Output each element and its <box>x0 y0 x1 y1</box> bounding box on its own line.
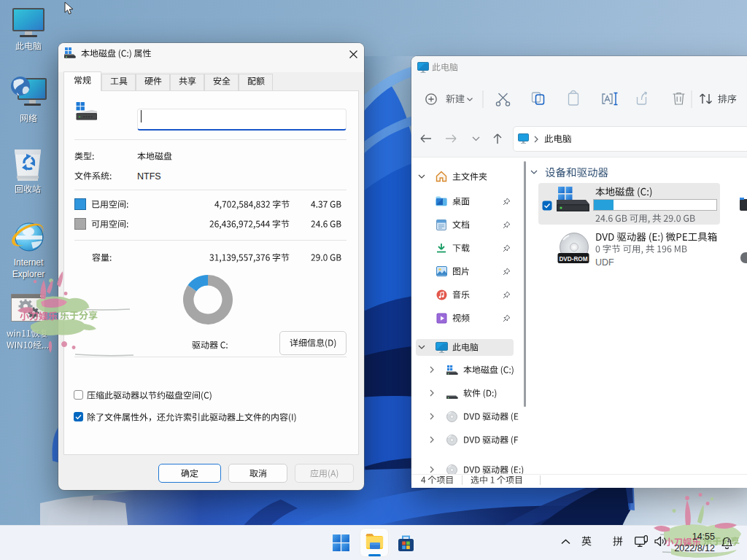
svg-text:DVD-ROM: DVD-ROM <box>559 256 587 262</box>
